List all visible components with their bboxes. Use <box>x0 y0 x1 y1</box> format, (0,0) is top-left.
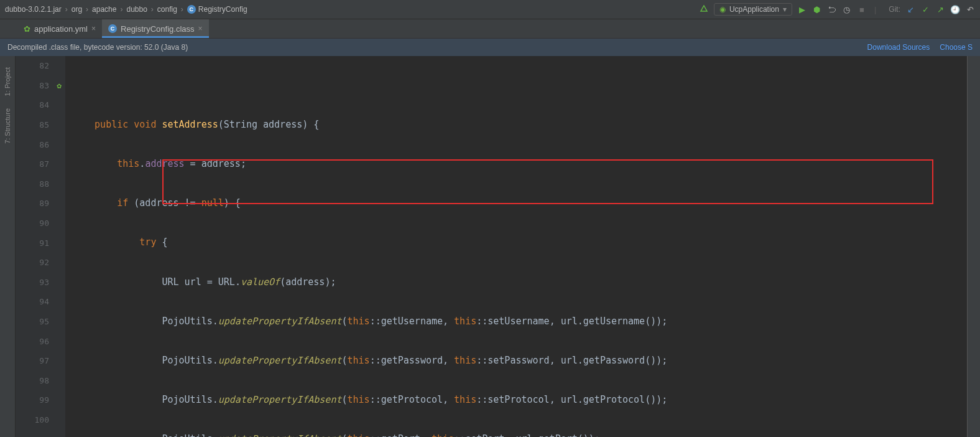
gutter-line[interactable]: 90 <box>16 214 65 233</box>
chevron-right-icon: › <box>151 5 154 14</box>
gutter-line[interactable]: 91 <box>16 233 65 253</box>
git-push-icon[interactable]: ↗ <box>935 4 945 14</box>
editor-wrap: 1: Project 7: Structure 82 83✿ 84 85 86 … <box>0 56 980 437</box>
editor-tabs: ✿ application.yml × C RegistryConfig.cla… <box>0 19 980 39</box>
code-line: URL url = URL.valueOf(address); <box>78 273 967 293</box>
run-config-label: UcpApplication <box>729 5 779 14</box>
close-icon[interactable]: × <box>91 24 96 33</box>
gutter-line[interactable]: 84 <box>16 95 65 115</box>
spring-leaf-icon: ✿ <box>24 24 30 34</box>
dropdown-icon: ▾ <box>783 5 787 14</box>
download-sources-link[interactable]: Download Sources <box>867 43 930 52</box>
gutter-line[interactable]: 86 <box>16 134 65 154</box>
crumb-apache[interactable]: apache <box>92 5 116 14</box>
tab-application-yml[interactable]: ✿ application.yml × <box>17 19 102 38</box>
bean-gutter-icon[interactable]: ✿ <box>57 81 62 90</box>
project-tool-button[interactable]: 1: Project <box>4 67 11 96</box>
run-icon[interactable]: ▶ <box>797 4 807 14</box>
gutter-line[interactable]: 93 <box>16 273 65 293</box>
chevron-right-icon: › <box>65 5 68 14</box>
gutter-line[interactable]: 98 <box>16 371 65 391</box>
code-line: if (address != null) { <box>78 194 967 214</box>
history-icon[interactable]: 🕘 <box>950 4 960 14</box>
crumb-config[interactable]: config <box>157 5 177 14</box>
decompile-banner: Decompiled .class file, bytecode version… <box>0 39 980 56</box>
choose-sources-link[interactable]: Choose S <box>940 43 973 52</box>
git-pull-icon[interactable]: ↙ <box>905 4 915 14</box>
run-config-selector[interactable]: ◉ UcpApplication ▾ <box>714 3 792 16</box>
crumb-org[interactable]: org <box>72 5 82 14</box>
crumb-class[interactable]: C RegistryConfig <box>187 5 247 14</box>
gutter-line[interactable]: 87 <box>16 154 65 174</box>
crumb-class-label: RegistryConfig <box>198 5 247 14</box>
breadcrumbs: dubbo-3.0.2.1.jar › org › apache › dubbo… <box>5 5 699 14</box>
stop-icon[interactable]: ■ <box>857 4 867 14</box>
toolbar-right: ◉ UcpApplication ▾ ▶ ⬢ ⮌ ◷ ■ | Git: ↙ ✓ … <box>699 3 975 16</box>
crumb-dubbo[interactable]: dubbo <box>126 5 147 14</box>
gutter-line[interactable]: 82 <box>16 56 65 76</box>
class-icon: C <box>187 5 196 14</box>
gutter-line[interactable]: 96 <box>16 331 65 351</box>
banner-text: Decompiled .class file, bytecode version… <box>7 43 188 52</box>
structure-tool-button[interactable]: 7: Structure <box>4 108 11 144</box>
code-line: PojoUtils.updatePropertyIfAbsent(this::g… <box>78 430 967 437</box>
tab-label: application.yml <box>34 24 88 34</box>
top-nav-bar: dubbo-3.0.2.1.jar › org › apache › dubbo… <box>0 0 980 19</box>
tab-registryconfig[interactable]: C RegistryConfig.class × <box>102 19 209 38</box>
undo-icon[interactable]: ↶ <box>965 4 975 14</box>
chevron-right-icon: › <box>86 5 88 14</box>
code-line: public void setAddress(String address) { <box>78 115 967 135</box>
build-icon[interactable] <box>699 4 709 14</box>
profile-icon[interactable]: ◷ <box>842 4 852 14</box>
gutter-line[interactable]: 100 <box>16 410 65 430</box>
coverage-icon[interactable]: ⮌ <box>827 4 837 14</box>
tab-label: RegistryConfig.class <box>121 24 195 34</box>
gutter-line[interactable]: 89 <box>16 194 65 214</box>
code-line: this.address = address; <box>78 154 967 174</box>
gutter-line[interactable]: 88 <box>16 174 65 194</box>
gutter-line[interactable]: 99 <box>16 390 65 410</box>
git-commit-icon[interactable]: ✓ <box>920 4 930 14</box>
class-icon: C <box>108 24 117 33</box>
code-line: PojoUtils.updatePropertyIfAbsent(this::g… <box>78 351 967 371</box>
code-line: try { <box>78 233 967 253</box>
gutter: 82 83✿ 84 85 86 87 88 89 90 91 92 93 94 … <box>16 56 65 437</box>
separator: | <box>874 5 876 14</box>
left-tool-rail: 1: Project 7: Structure <box>0 56 16 437</box>
code-line <box>78 76 967 96</box>
chevron-right-icon: › <box>181 5 183 14</box>
gutter-line[interactable]: 97 <box>16 351 65 371</box>
spring-icon: ◉ <box>719 5 726 14</box>
gutter-line[interactable]: 94 <box>16 292 65 312</box>
chevron-right-icon: › <box>120 5 122 14</box>
code-line: PojoUtils.updatePropertyIfAbsent(this::g… <box>78 312 967 332</box>
code-area[interactable]: public void setAddress(String address) {… <box>65 56 967 437</box>
debug-icon[interactable]: ⬢ <box>812 4 822 14</box>
git-label: Git: <box>889 5 900 14</box>
gutter-line[interactable]: 83✿ <box>16 76 65 96</box>
crumb-jar[interactable]: dubbo-3.0.2.1.jar <box>5 5 62 14</box>
gutter-line[interactable]: 92 <box>16 253 65 273</box>
gutter-line[interactable]: 95 <box>16 312 65 332</box>
close-icon[interactable]: × <box>198 24 203 33</box>
code-line: PojoUtils.updatePropertyIfAbsent(this::g… <box>78 390 967 410</box>
right-scroll-rail[interactable] <box>967 56 980 437</box>
gutter-line[interactable]: 85 <box>16 115 65 135</box>
